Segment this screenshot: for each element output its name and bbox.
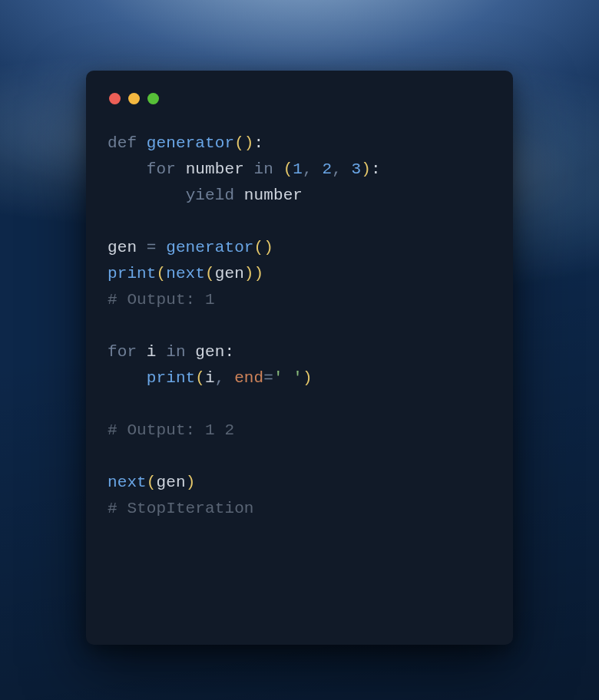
identifier: gen: [108, 239, 137, 256]
indent: [108, 160, 147, 178]
indent: [108, 187, 186, 204]
kwarg-name: end: [234, 369, 263, 387]
paren-close: ): [244, 265, 254, 282]
function-call: next: [108, 474, 147, 491]
function-call: print: [147, 369, 196, 387]
paren-close: ): [186, 474, 196, 491]
comment: # Output: 1: [108, 291, 215, 309]
colon: :: [224, 343, 234, 361]
comment: # Output: 1 2: [108, 421, 234, 439]
keyword-for: for: [108, 343, 147, 361]
function-call: next: [166, 265, 205, 282]
string-literal: ' ': [273, 369, 303, 387]
space: [137, 239, 147, 256]
colon: :: [254, 134, 264, 152]
identifier: number: [244, 187, 303, 204]
function-call: generator: [166, 239, 253, 256]
space: [157, 239, 167, 256]
paren-open: (: [254, 239, 264, 256]
keyword-in: in: [157, 343, 196, 361]
function-name: generator: [147, 134, 234, 152]
comment: # StopIteration: [108, 500, 254, 517]
identifier: i: [147, 343, 157, 361]
paren-open: (: [205, 265, 215, 282]
paren-close: ): [263, 239, 273, 256]
function-call: print: [108, 265, 157, 282]
indent: [108, 369, 147, 387]
window-titlebar: [109, 92, 491, 104]
keyword-for: for: [147, 160, 186, 178]
identifier: i: [205, 369, 215, 387]
keyword-def: def: [108, 134, 147, 152]
paren-open: (: [157, 265, 167, 282]
paren-open: (: [147, 474, 157, 491]
number-literal: 1: [293, 160, 303, 178]
code-block: def generator(): for number in (1, 2, 3)…: [108, 130, 491, 522]
paren-open: (: [195, 369, 205, 387]
operator-assign: =: [147, 239, 157, 256]
number-literal: 3: [352, 160, 362, 178]
keyword-in: in: [244, 160, 283, 178]
identifier: gen: [215, 265, 244, 282]
paren-open: (: [283, 160, 293, 178]
paren-close: ): [361, 160, 371, 178]
comma: ,: [215, 369, 234, 387]
code-window: def generator(): for number in (1, 2, 3)…: [86, 71, 513, 645]
comma: ,: [303, 160, 322, 178]
paren-close: ): [303, 369, 313, 387]
number-literal: 2: [322, 160, 332, 178]
identifier: number: [186, 160, 244, 178]
identifier: gen: [195, 343, 224, 361]
paren-open: (: [234, 134, 244, 152]
comma: ,: [332, 160, 351, 178]
operator-assign: =: [263, 369, 273, 387]
minimize-icon[interactable]: [128, 93, 140, 104]
keyword-yield: yield: [186, 187, 244, 204]
paren-close: ): [244, 134, 254, 152]
paren-close: ): [254, 265, 264, 282]
identifier: gen: [157, 474, 186, 491]
close-icon[interactable]: [109, 93, 121, 104]
maximize-icon[interactable]: [147, 93, 159, 104]
colon: :: [371, 160, 381, 178]
